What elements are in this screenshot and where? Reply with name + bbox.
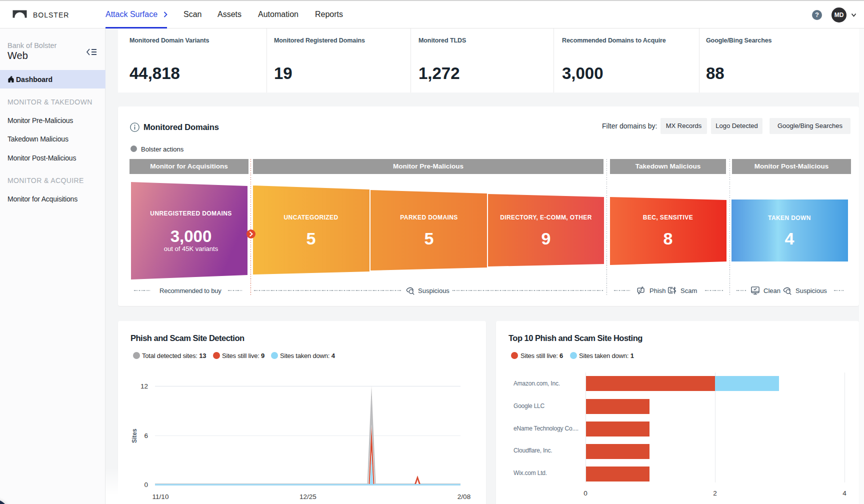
svg-text:UNREGISTERED DOMAINS: UNREGISTERED DOMAINS xyxy=(150,210,232,217)
svg-text:UNCATEGORIZED: UNCATEGORIZED xyxy=(284,214,338,221)
svg-text:9: 9 xyxy=(542,229,551,248)
svg-text:3,000: 3,000 xyxy=(170,227,212,246)
svg-text:TAKEN DOWN: TAKEN DOWN xyxy=(768,214,811,222)
svg-text:8: 8 xyxy=(664,229,673,248)
svg-text:DIRECTORY, E-COMM, OTHER: DIRECTORY, E-COMM, OTHER xyxy=(500,214,592,221)
svg-text:out of 45K variants: out of 45K variants xyxy=(164,245,218,252)
svg-text:PARKED DOMAINS: PARKED DOMAINS xyxy=(400,214,458,221)
svg-text:4: 4 xyxy=(785,229,794,248)
svg-text:5: 5 xyxy=(306,229,316,248)
svg-text:5: 5 xyxy=(424,229,434,248)
svg-text:BEC, SENSITIVE: BEC, SENSITIVE xyxy=(643,214,693,221)
